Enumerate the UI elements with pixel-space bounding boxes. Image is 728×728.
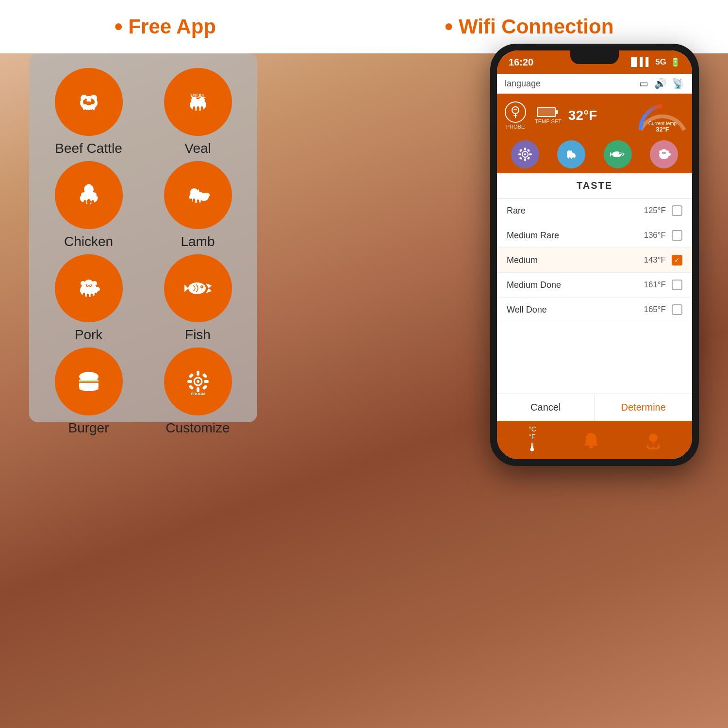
list-item[interactable]: Pork: [39, 254, 138, 343]
list-item[interactable]: Chicken: [39, 161, 138, 249]
svg-rect-80: [202, 384, 207, 390]
svg-rect-96: [527, 156, 530, 160]
svg-point-17: [191, 97, 197, 103]
temp-set-label: TEMP SET: [535, 118, 562, 124]
taste-row-well-done[interactable]: Well Done 165°F: [497, 298, 692, 322]
svg-point-21: [200, 106, 203, 111]
customize-circle[interactable]: PROGM: [164, 347, 232, 415]
svg-point-8: [85, 99, 87, 100]
beef-cattle-circle[interactable]: [55, 68, 123, 136]
cancel-button[interactable]: Cancel: [497, 394, 595, 421]
svg-point-29: [83, 200, 86, 205]
status-time: 16:20: [509, 57, 533, 68]
list-item[interactable]: Burger: [39, 347, 138, 436]
svg-point-103: [612, 151, 622, 157]
list-item[interactable]: PROGM Customize: [148, 347, 248, 436]
taste-dialog-title: TASTE: [497, 173, 692, 199]
taste-row-medium-rare[interactable]: Medium Rare 136°F: [497, 223, 692, 248]
svg-point-58: [93, 287, 100, 292]
svg-rect-91: [518, 153, 521, 155]
current-temp-display: 32°F: [568, 108, 597, 123]
svg-rect-76: [204, 380, 209, 383]
list-item[interactable]: Fish: [148, 254, 248, 343]
medium-rare-label: Medium Rare: [507, 231, 559, 241]
taste-row-medium-done[interactable]: Medium Done 161°F: [497, 273, 692, 298]
thermometer-icon[interactable]: °C °F 🌡: [527, 426, 538, 454]
pig-circle[interactable]: [650, 140, 678, 168]
customize-label: Customize: [165, 420, 230, 436]
svg-rect-79: [188, 384, 194, 390]
svg-point-39: [193, 199, 195, 203]
fish2-circle[interactable]: [604, 140, 632, 168]
svg-point-59: [188, 282, 206, 294]
svg-marker-60: [184, 284, 188, 292]
svg-rect-75: [187, 380, 192, 383]
svg-point-119: [653, 443, 658, 448]
list-item[interactable]: Beef Cattle: [39, 68, 138, 156]
rare-checkbox[interactable]: [672, 205, 682, 216]
chicken-circle[interactable]: [55, 161, 123, 229]
list-item[interactable]: Lamb: [148, 161, 248, 249]
svg-point-9: [91, 99, 93, 100]
medium-done-checkbox[interactable]: [672, 280, 682, 290]
svg-point-19: [197, 106, 199, 111]
status-right: ▐▌▌▌ 5G 🔋: [628, 57, 680, 67]
support-icon[interactable]: [644, 431, 662, 449]
pork-circle[interactable]: [55, 254, 123, 322]
svg-point-28: [87, 199, 91, 205]
svg-rect-73: [197, 371, 199, 376]
phone-outer: 16:20 ▐▌▌▌ 5G 🔋 language ▭ 🔊 📡: [490, 44, 699, 466]
temperature-gauge: Current temp 32°F: [636, 99, 684, 132]
svg-point-10: [87, 105, 90, 110]
svg-point-88: [524, 153, 526, 155]
svg-rect-94: [527, 149, 530, 152]
fish-label: Fish: [185, 327, 211, 343]
battery-bar-icon: [537, 107, 556, 117]
taste-row-medium[interactable]: Medium 143°F ✓: [497, 248, 692, 273]
wifi-text: Wifi Connection: [459, 15, 613, 38]
taste-row-rare[interactable]: Rare 125°F: [497, 199, 692, 223]
battery-indicator-icon: ▭: [639, 78, 648, 89]
svg-point-51: [86, 281, 91, 285]
svg-marker-104: [610, 152, 612, 157]
wifi-label: • Wifi Connection: [445, 15, 613, 38]
svg-point-20: [193, 106, 195, 111]
medium-rare-right: 136°F: [644, 230, 682, 241]
bell-icon[interactable]: [582, 431, 600, 449]
svg-point-13: [85, 105, 87, 110]
lamb-circle[interactable]: [164, 161, 232, 229]
svg-point-116: [649, 433, 658, 442]
wifi-icon: 📡: [672, 78, 684, 89]
svg-marker-61: [206, 283, 212, 288]
veal-circle[interactable]: VEAL: [164, 68, 232, 136]
volume-icon: 🔊: [654, 78, 666, 89]
taste-dialog: TASTE Rare 125°F Medium Rare 136°F: [497, 173, 692, 421]
medium-checkbox[interactable]: ✓: [672, 255, 682, 265]
temp-display-area: PROBE TEMP SET 32°F: [497, 94, 692, 137]
svg-point-42: [190, 199, 192, 203]
svg-point-52: [81, 281, 85, 286]
medium-rare-temp: 136°F: [644, 231, 666, 240]
svg-point-101: [569, 157, 571, 160]
rare-label: Rare: [507, 206, 526, 216]
progm-circle[interactable]: [511, 140, 539, 168]
well-done-temp: 165°F: [644, 305, 666, 314]
fish-circle[interactable]: [164, 254, 232, 322]
svg-point-110: [662, 152, 664, 154]
svg-point-30: [91, 200, 94, 205]
burger-label: Burger: [68, 420, 109, 436]
medium-rare-checkbox[interactable]: [672, 230, 682, 241]
svg-point-111: [664, 152, 666, 154]
svg-rect-92: [529, 153, 532, 155]
svg-point-40: [197, 199, 199, 204]
determine-button[interactable]: Determine: [595, 394, 693, 421]
svg-rect-77: [188, 373, 194, 378]
svg-point-12: [92, 105, 95, 110]
burger-circle[interactable]: [55, 347, 123, 415]
svg-point-55: [86, 294, 89, 298]
list-item[interactable]: VEAL Veal: [148, 68, 248, 156]
svg-point-11: [83, 105, 85, 110]
goat-circle[interactable]: [557, 140, 585, 168]
svg-point-82: [512, 107, 519, 114]
well-done-checkbox[interactable]: [672, 304, 682, 315]
